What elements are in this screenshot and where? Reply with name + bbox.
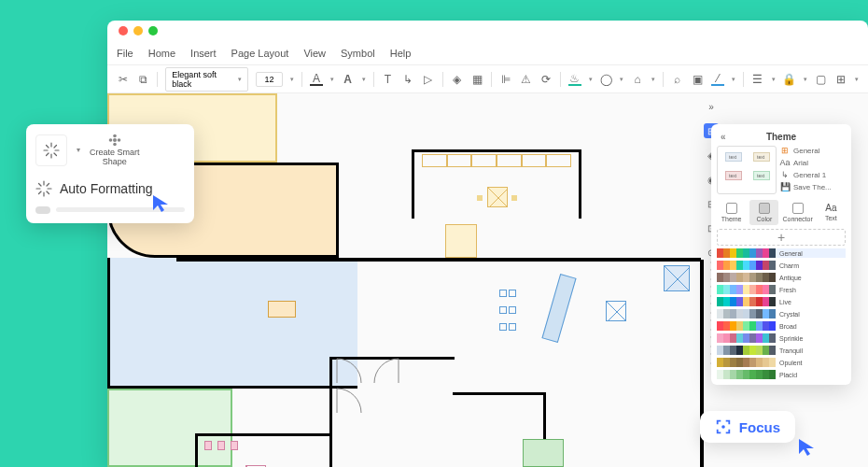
svg-point-22 <box>108 138 112 142</box>
rotate-icon[interactable]: ⟳ <box>539 73 553 86</box>
cut-icon[interactable]: ✂ <box>117 73 130 86</box>
svg-point-32 <box>721 425 725 429</box>
theme-preview[interactable]: text text text text <box>717 146 777 194</box>
smart-shape-panel: ▾ Create Smart Shape Auto Formatting <box>26 124 194 223</box>
back-icon[interactable]: « <box>721 132 726 142</box>
svg-point-20 <box>113 134 117 138</box>
menu-file[interactable]: File <box>117 48 133 59</box>
font-size-select[interactable]: 12 <box>256 72 284 87</box>
group-icon[interactable]: ▦ <box>470 73 483 86</box>
palette-row[interactable]: Broad <box>717 321 846 331</box>
text-color-icon[interactable]: A <box>310 73 323 86</box>
theme-attr-general[interactable]: ⊞General <box>780 146 846 155</box>
copy-icon[interactable]: ⧉ <box>137 73 150 86</box>
palette-row[interactable]: Tranquil <box>717 346 846 355</box>
blue-rect <box>541 274 576 343</box>
pointer-icon[interactable]: ▷ <box>422 73 435 86</box>
counter <box>445 224 477 258</box>
lock-icon[interactable]: 🔒 <box>783 73 796 86</box>
theme-tab-text[interactable]: AaText <box>817 200 846 225</box>
crop-icon[interactable]: ⌂ <box>631 73 644 86</box>
wall <box>195 433 329 436</box>
focus-icon <box>715 418 732 435</box>
svg-line-31 <box>39 191 42 194</box>
door-arc <box>337 389 365 417</box>
smart-sparkle-button[interactable] <box>35 134 67 166</box>
add-theme-button[interactable]: + <box>717 229 846 246</box>
line-icon[interactable]: ∕ <box>711 73 724 86</box>
table-green <box>523 439 564 467</box>
focus-button[interactable]: Focus <box>700 411 795 443</box>
palette-row[interactable]: Placid <box>717 370 846 379</box>
minimize-window-icon[interactable] <box>133 26 143 35</box>
menu-insert[interactable]: Insert <box>190 48 217 59</box>
menu-home[interactable]: Home <box>148 48 175 59</box>
theme-attr-save[interactable]: 💾Save The... <box>780 182 846 191</box>
grid-icon[interactable]: ⊞ <box>834 73 847 86</box>
theme-tab-theme[interactable]: Theme <box>717 200 746 225</box>
svg-point-19 <box>113 138 117 142</box>
text-tool-icon[interactable]: T <box>382 73 395 86</box>
menu-symbol[interactable]: Symbol <box>341 48 375 59</box>
layers-icon[interactable]: ◈ <box>451 73 464 86</box>
svg-line-0 <box>488 188 507 206</box>
search-icon[interactable]: ⌕ <box>671 73 684 86</box>
warning-icon[interactable]: ⚠ <box>520 73 533 86</box>
theme-tab-connector[interactable]: Connector <box>782 200 812 225</box>
wall <box>195 433 198 467</box>
palette-row[interactable]: Antique <box>717 273 846 282</box>
select-all-icon[interactable]: ▣ <box>692 73 705 86</box>
svg-line-29 <box>47 191 49 194</box>
blue-chairs <box>499 290 516 331</box>
separator <box>301 72 302 87</box>
blue-cross <box>606 301 626 321</box>
palette-row[interactable]: Live <box>717 297 846 306</box>
menu-view[interactable]: View <box>303 48 326 59</box>
palette-row[interactable]: Sprinkle <box>717 333 846 343</box>
separator <box>663 72 664 87</box>
create-smart-shape-button[interactable]: Create Smart Shape <box>90 134 140 167</box>
create-smart-shape-label: Create Smart Shape <box>90 149 140 167</box>
palette-row[interactable]: Opulent <box>717 358 846 367</box>
shelves <box>422 154 571 167</box>
close-window-icon[interactable] <box>119 26 128 35</box>
wall <box>176 258 703 262</box>
room-green <box>107 389 232 467</box>
svg-line-17 <box>54 145 57 148</box>
palette-row[interactable]: Fresh <box>717 285 846 294</box>
align-icon[interactable]: ⊫ <box>499 73 512 86</box>
svg-line-28 <box>39 183 42 186</box>
wall <box>453 392 546 395</box>
palette-row[interactable]: Crystal <box>717 309 846 318</box>
svg-line-30 <box>47 183 49 186</box>
theme-attr-connector[interactable]: ↳General 1 <box>780 170 846 179</box>
separator <box>442 72 443 87</box>
room-blue <box>107 258 357 389</box>
bold-icon[interactable]: A <box>342 73 355 86</box>
fill-icon[interactable]: ♨ <box>568 73 581 86</box>
palette-row[interactable]: General <box>717 248 846 258</box>
theme-panel: « Theme text text text text ⊞General AaA… <box>711 124 851 385</box>
menu-help[interactable]: Help <box>390 48 412 59</box>
theme-title: Theme <box>766 132 796 142</box>
auto-formatting-label[interactable]: Auto Formatting <box>60 181 153 196</box>
theme-attr-font[interactable]: AaArial <box>780 158 846 167</box>
pink-chairs <box>204 441 249 452</box>
wall <box>412 149 581 152</box>
theme-tab-color[interactable]: Color <box>749 200 778 225</box>
connector-icon[interactable]: ↳ <box>401 73 414 86</box>
rail-expand-icon[interactable]: » <box>704 99 719 114</box>
separator <box>373 72 374 87</box>
maximize-window-icon[interactable] <box>148 26 158 35</box>
frame-icon[interactable]: ▢ <box>815 73 828 86</box>
font-family-select[interactable]: Elegant soft black▾ <box>165 67 247 92</box>
arrange-icon[interactable]: ☰ <box>751 73 764 86</box>
cursor-icon <box>151 193 172 214</box>
separator <box>560 72 561 87</box>
palette-row[interactable]: Charm <box>717 261 846 270</box>
shape-icon[interactable]: ◯ <box>600 73 613 86</box>
wall <box>412 149 414 219</box>
menu-pagelayout[interactable]: Page Layout <box>231 48 289 59</box>
svg-line-18 <box>47 153 49 156</box>
slider-handle[interactable] <box>35 206 50 214</box>
